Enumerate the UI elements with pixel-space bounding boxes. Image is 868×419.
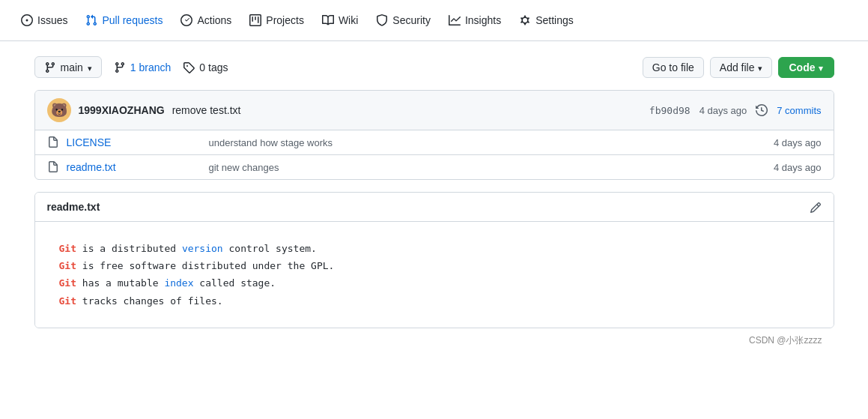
commits-count: 7 commits <box>777 105 821 116</box>
tag-count-link[interactable]: 0 tags <box>183 61 228 73</box>
table-row: readme.txt git new changes 4 days ago <box>35 155 834 179</box>
main-content: main 1 branch 0 tags <box>22 41 846 368</box>
tag-icon <box>183 61 195 73</box>
tag-count-label: 0 tags <box>199 61 228 73</box>
code-button[interactable]: Code <box>778 57 834 78</box>
commit-author: 1999XIAOZHANG <box>79 104 165 116</box>
nav-settings-label: Settings <box>535 14 574 26</box>
insights-icon <box>449 14 461 26</box>
readme-line-1: Git is a distributed version control sys… <box>59 240 810 257</box>
commits-count-link[interactable]: 7 commits <box>777 105 821 116</box>
readme-line-2: Git is free software distributed under t… <box>59 257 810 274</box>
avatar: 🐻 <box>47 98 71 122</box>
file-icon-readme <box>47 161 59 173</box>
readme-body: Git is a distributed version control sys… <box>35 222 834 328</box>
file-time-license: 4 days ago <box>774 137 822 148</box>
code-button-label: Code <box>789 61 816 73</box>
go-to-file-button[interactable]: Go to file <box>643 57 704 78</box>
branch-count-link[interactable]: 1 branch <box>114 61 171 73</box>
actions-icon <box>180 14 192 26</box>
nav-insights-label: Insights <box>465 14 501 26</box>
commit-hash: fb90d98 <box>649 105 691 116</box>
file-commit-msg-readme: git new changes <box>209 162 766 173</box>
readme-line-4: Git tracks changes of files. <box>59 292 810 310</box>
nav-projects-label: Projects <box>266 14 304 26</box>
history-icon <box>756 104 768 116</box>
nav-security[interactable]: Security <box>367 8 440 32</box>
security-icon <box>376 14 388 26</box>
file-commit-msg-license: understand how stage works <box>209 137 766 148</box>
file-name-readme[interactable]: readme.txt <box>67 161 201 173</box>
add-file-label: Add file <box>720 61 755 73</box>
commit-left: 🐻 1999XIAOZHANG remove test.txt <box>47 98 241 122</box>
nav-wiki[interactable]: Wiki <box>313 8 367 32</box>
nav-pr-label: Pull requests <box>102 14 163 26</box>
add-file-button[interactable]: Add file <box>710 57 772 78</box>
file-icon-license <box>47 136 59 148</box>
commit-right: fb90d98 4 days ago 7 commits <box>649 104 822 116</box>
branch-icon <box>44 61 56 73</box>
avatar-emoji: 🐻 <box>51 102 67 118</box>
readme-line-3: Git has a mutable index called stage. <box>59 274 810 292</box>
table-row: LICENSE understand how stage works 4 day… <box>35 130 834 155</box>
commit-time: 4 days ago <box>699 105 747 116</box>
watermark: CSDN @小张zzzz <box>34 328 834 353</box>
nav-settings[interactable]: Settings <box>510 8 583 32</box>
projects-icon <box>249 14 261 26</box>
branch-count-label: 1 branch <box>130 61 171 73</box>
wiki-icon <box>322 14 334 26</box>
readme-title: readme.txt <box>47 201 100 213</box>
nav-wiki-label: Wiki <box>339 14 358 26</box>
file-name-license[interactable]: LICENSE <box>67 136 201 148</box>
readme-header: readme.txt <box>35 193 834 221</box>
top-nav: Issues Pull requests Actions Projects <box>0 0 868 41</box>
settings-icon <box>519 14 531 26</box>
commit-header: 🐻 1999XIAOZHANG remove test.txt fb90d98 … <box>35 91 834 130</box>
edit-icon[interactable] <box>810 200 822 213</box>
nav-issues-label: Issues <box>37 14 67 26</box>
nav-actions[interactable]: Actions <box>172 8 240 32</box>
branch-bar: main 1 branch 0 tags <box>34 56 834 78</box>
pr-icon <box>85 14 97 26</box>
code-chevron <box>819 61 823 73</box>
branch-fork-icon <box>114 61 126 73</box>
branch-selector[interactable]: main <box>34 56 102 78</box>
add-file-chevron <box>758 61 762 73</box>
nav-pull-requests[interactable]: Pull requests <box>76 8 172 32</box>
nav-security-label: Security <box>392 14 431 26</box>
readme-box: readme.txt Git is a distributed version … <box>34 192 834 328</box>
file-box: 🐻 1999XIAOZHANG remove test.txt fb90d98 … <box>34 90 834 180</box>
watermark-text: CSDN @小张zzzz <box>749 335 822 346</box>
branch-right: Go to file Add file Code <box>643 57 834 78</box>
issues-icon <box>21 14 33 26</box>
branch-left: main 1 branch 0 tags <box>34 56 228 78</box>
nav-projects[interactable]: Projects <box>240 8 313 32</box>
branch-chevron <box>88 61 92 73</box>
branch-name: main <box>61 61 83 73</box>
go-to-file-label: Go to file <box>652 61 694 73</box>
commit-message: remove test.txt <box>172 104 241 116</box>
nav-insights[interactable]: Insights <box>440 8 510 32</box>
nav-issues[interactable]: Issues <box>12 8 76 32</box>
nav-actions-label: Actions <box>197 14 231 26</box>
file-time-readme: 4 days ago <box>774 162 822 173</box>
